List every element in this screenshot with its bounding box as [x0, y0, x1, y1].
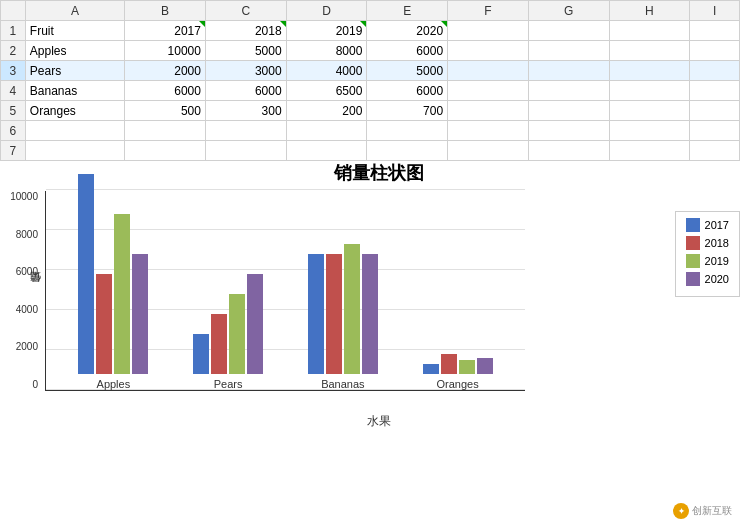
cell-r1-c6[interactable] [528, 21, 609, 41]
cell-r5-c6[interactable] [528, 101, 609, 121]
bar-oranges-2019 [459, 360, 475, 374]
cell-r1-c8[interactable] [690, 21, 740, 41]
col-header-F: F [448, 1, 529, 21]
cell-r3-c0[interactable]: Pears [25, 61, 124, 81]
cell-r2-c1[interactable]: 10000 [125, 41, 206, 61]
y-tick-8000: 8000 [0, 229, 38, 240]
col-header-H: H [609, 1, 690, 21]
cell-r5-c5[interactable] [448, 101, 529, 121]
cell-r6-c3[interactable] [286, 121, 367, 141]
cell-r4-c0[interactable]: Bananas [25, 81, 124, 101]
cell-r2-c4[interactable]: 6000 [367, 41, 448, 61]
bar-apples-2019 [114, 214, 130, 374]
bar-pears-2019 [229, 294, 245, 374]
cell-r6-c1[interactable] [125, 121, 206, 141]
cell-r4-c6[interactable] [528, 81, 609, 101]
watermark-logo: ✦ [673, 503, 689, 519]
cell-r6-c6[interactable] [528, 121, 609, 141]
cell-r3-c8[interactable] [690, 61, 740, 81]
cell-r5-c0[interactable]: Oranges [25, 101, 124, 121]
cell-r6-c7[interactable] [609, 121, 690, 141]
legend-label-2019: 2019 [705, 255, 729, 267]
watermark: ✦ 创新互联 [673, 503, 732, 519]
bar-group-label-apples: Apples [97, 378, 131, 390]
cell-r3-c4[interactable]: 5000 [367, 61, 448, 81]
cell-r2-c3[interactable]: 8000 [286, 41, 367, 61]
cell-r3-c7[interactable] [609, 61, 690, 81]
bar-pears-2020 [247, 274, 263, 374]
cell-r2-c0[interactable]: Apples [25, 41, 124, 61]
cell-r5-c8[interactable] [690, 101, 740, 121]
cell-r2-c5[interactable] [448, 41, 529, 61]
bar-apples-2017 [78, 174, 94, 374]
cell-r7-c8[interactable] [690, 141, 740, 161]
bar-group-bananas: Bananas [286, 244, 401, 390]
cell-r1-c4[interactable]: 2020 [367, 21, 448, 41]
cell-r5-c2[interactable]: 300 [205, 101, 286, 121]
cell-r1-c0[interactable]: Fruit [25, 21, 124, 41]
bar-group-label-bananas: Bananas [321, 378, 364, 390]
y-tick-6000: 6000 [0, 266, 38, 277]
bar-oranges-2018 [441, 354, 457, 374]
watermark-text: 创新互联 [692, 504, 732, 518]
row-num-4: 4 [1, 81, 26, 101]
cell-r4-c8[interactable] [690, 81, 740, 101]
cell-r7-c3[interactable] [286, 141, 367, 161]
spreadsheet-row: 3Pears2000300040005000 [1, 61, 740, 81]
cell-r6-c5[interactable] [448, 121, 529, 141]
cell-r5-c3[interactable]: 200 [286, 101, 367, 121]
spreadsheet-row: 4Bananas6000600065006000 [1, 81, 740, 101]
cell-r3-c6[interactable] [528, 61, 609, 81]
cell-r1-c5[interactable] [448, 21, 529, 41]
cell-r6-c4[interactable] [367, 121, 448, 141]
cell-r3-c2[interactable]: 3000 [205, 61, 286, 81]
chart-plot: 0200040006000800010000 ApplesPearsBanana… [45, 191, 525, 391]
cell-r5-c4[interactable]: 700 [367, 101, 448, 121]
cell-r4-c3[interactable]: 6500 [286, 81, 367, 101]
cell-r3-c5[interactable] [448, 61, 529, 81]
row-num-6: 6 [1, 121, 26, 141]
cell-r1-c1[interactable]: 2017 [125, 21, 206, 41]
cell-r4-c5[interactable] [448, 81, 529, 101]
col-header-B: B [125, 1, 206, 21]
row-num-3: 3 [1, 61, 26, 81]
cell-r4-c7[interactable] [609, 81, 690, 101]
spreadsheet-row: 7 [1, 141, 740, 161]
legend-label-2018: 2018 [705, 237, 729, 249]
cell-r6-c8[interactable] [690, 121, 740, 141]
cell-r7-c0[interactable] [25, 141, 124, 161]
cell-r7-c2[interactable] [205, 141, 286, 161]
y-tick-4000: 4000 [0, 304, 38, 315]
cell-r3-c3[interactable]: 4000 [286, 61, 367, 81]
legend-item-2020: 2020 [686, 272, 729, 286]
cell-r2-c6[interactable] [528, 41, 609, 61]
legend-color-2019 [686, 254, 700, 268]
x-axis-title: 水果 [18, 413, 740, 430]
cell-r2-c8[interactable] [690, 41, 740, 61]
cell-r2-c7[interactable] [609, 41, 690, 61]
cell-r4-c1[interactable]: 6000 [125, 81, 206, 101]
cell-r1-c7[interactable] [609, 21, 690, 41]
bar-oranges-2020 [477, 358, 493, 374]
cell-r4-c2[interactable]: 6000 [205, 81, 286, 101]
cell-r2-c2[interactable]: 5000 [205, 41, 286, 61]
cell-r1-c3[interactable]: 2019 [286, 21, 367, 41]
legend-item-2018: 2018 [686, 236, 729, 250]
cell-r7-c4[interactable] [367, 141, 448, 161]
cell-r4-c4[interactable]: 6000 [367, 81, 448, 101]
cell-r7-c1[interactable] [125, 141, 206, 161]
row-num-2: 2 [1, 41, 26, 61]
bar-group-apples: Apples [56, 174, 171, 390]
col-header-D: D [286, 1, 367, 21]
cell-r6-c0[interactable] [25, 121, 124, 141]
cell-r7-c5[interactable] [448, 141, 529, 161]
bar-pears-2018 [211, 314, 227, 374]
cell-r7-c7[interactable] [609, 141, 690, 161]
cell-r6-c2[interactable] [205, 121, 286, 141]
cell-r3-c1[interactable]: 2000 [125, 61, 206, 81]
cell-r5-c7[interactable] [609, 101, 690, 121]
cell-r5-c1[interactable]: 500 [125, 101, 206, 121]
cell-r7-c6[interactable] [528, 141, 609, 161]
row-num-5: 5 [1, 101, 26, 121]
cell-r1-c2[interactable]: 2018 [205, 21, 286, 41]
